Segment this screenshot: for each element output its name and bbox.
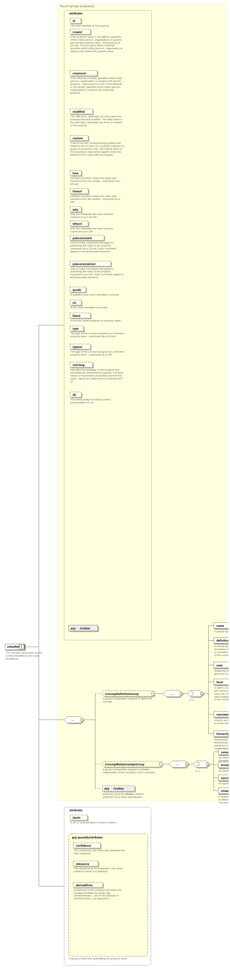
- svg-text:…: …: [170, 692, 173, 695]
- attr-creator-label: creator: [72, 30, 82, 34]
- attr-id-box[interactable]: [70, 18, 81, 23]
- attr-id-label: id: [72, 19, 75, 22]
- svg-text:note: note: [216, 664, 222, 667]
- attr-howuri-label: howuri: [72, 190, 82, 193]
- root-label: inlineRef: [7, 645, 20, 648]
- attr-how-label: how: [72, 172, 78, 175]
- sequence-def: …: [163, 690, 182, 697]
- svg-text:name: name: [216, 624, 224, 627]
- svg-rect-0: [24, 645, 25, 646]
- any-desc: Extension point for provider-defined pro…: [102, 792, 151, 804]
- root-desc: The concept represented by the content i…: [5, 651, 43, 664]
- sequence-rel: …: [169, 761, 189, 767]
- attr-pubconstrainturi-label: pubconstrainturi: [72, 262, 96, 266]
- svg-text:ConceptRelationshipsGroup: ConceptRelationshipsGroup: [105, 763, 144, 766]
- svg-text:narrower: narrower: [221, 776, 229, 780]
- svg-text:broader: broader: [221, 764, 229, 767]
- svg-text:grp:quantifyAttributes: grp:quantifyAttributes: [72, 836, 103, 839]
- svg-text:idrefs: idrefs: [72, 816, 80, 819]
- svg-rect-1: [24, 646, 25, 646]
- attr-custom-label: custom: [72, 137, 83, 140]
- svg-text:related: related: [221, 789, 229, 792]
- svg-text:facet: facet: [216, 681, 223, 684]
- svg-text:##other: ##other: [79, 627, 90, 630]
- choice-rel: [193, 761, 209, 767]
- attr-why-label: why: [72, 208, 78, 212]
- attributes-label: attributes: [70, 12, 83, 15]
- svg-text:definition: definition: [216, 639, 229, 642]
- attr-derivedfrom-label: derivedfrom: [76, 884, 92, 887]
- svg-text:ConceptDefinitionGroup: ConceptDefinitionGroup: [105, 692, 139, 695]
- attr-typeuri-label: typeuri: [72, 345, 82, 348]
- attr-confidence-label: confidence: [76, 844, 91, 847]
- svg-text:0..∞: 0..∞: [196, 769, 200, 772]
- attr-literal-label: literal: [72, 314, 80, 318]
- svg-text:sameAs: sameAs: [221, 751, 229, 754]
- svg-rect-3: [24, 648, 25, 648]
- attr-whyuri-label: whyuri: [72, 222, 82, 226]
- attr-xml:lang-label: xml:lang: [72, 363, 84, 367]
- attr-creatoruri-label: creatoruri: [72, 72, 86, 75]
- diagram-canvas: Flex1PropType (extension) inlineRef The …: [1, 1, 229, 970]
- choice-def: [187, 690, 203, 697]
- sequence-compositor: …: [64, 717, 84, 723]
- svg-text:##other: ##other: [113, 787, 124, 790]
- svg-text:0..∞: 0..∞: [190, 698, 194, 702]
- def-group-desc: A group of properties required to define…: [102, 697, 154, 709]
- attr-modified-label: modified: [72, 110, 84, 113]
- svg-text:any: any: [71, 627, 76, 630]
- rel-group-desc: A group of properties required to indica…: [102, 768, 159, 781]
- attr-type-label: type: [72, 327, 78, 330]
- lower-attributes-label: attributes: [70, 809, 83, 812]
- svg-rect-2: [24, 647, 25, 648]
- attr-pubconstraint-label: pubconstraint: [72, 237, 92, 240]
- svg-text:any: any: [104, 787, 109, 790]
- svg-text:…: …: [71, 718, 75, 721]
- attr-qcode-label: qcode: [72, 288, 81, 292]
- ext-header: Flex1PropType (extension): [60, 5, 94, 8]
- svg-text:hierarchyInfo: hierarchyInfo: [216, 732, 229, 736]
- attr-relevance-label: relevance: [76, 862, 89, 865]
- quantify-desc: A group of attributes quantifying the pr…: [69, 957, 148, 967]
- attr-uri-label: uri: [72, 301, 76, 304]
- svg-text:…: …: [176, 762, 179, 766]
- attr-dir-label: dir: [72, 393, 76, 396]
- svg-text:remoteInfo: remoteInfo: [216, 713, 229, 716]
